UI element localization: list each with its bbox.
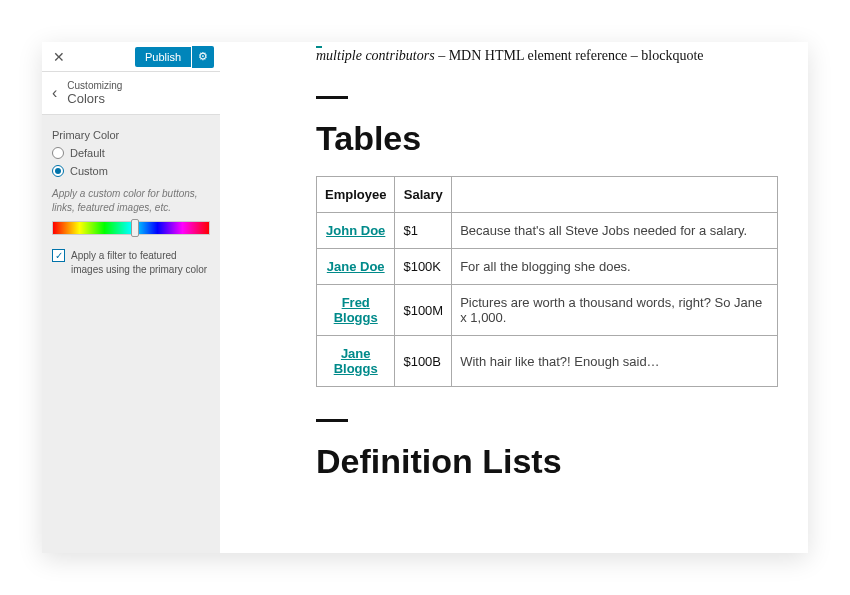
primary-color-label: Primary Color xyxy=(52,129,210,141)
gear-icon: ⚙ xyxy=(198,50,208,63)
close-button[interactable]: ✕ xyxy=(48,46,70,68)
heading-deflists: Definition Lists xyxy=(316,442,778,481)
cell-name: Jane Bloggs xyxy=(317,336,395,387)
cite-end: blockquote xyxy=(641,48,703,63)
hue-thumb[interactable] xyxy=(131,219,139,237)
help-text: Apply a custom color for buttons, links,… xyxy=(52,187,210,215)
cite-mid: MDN HTML element reference xyxy=(449,48,628,63)
table-row: Jane Bloggs $100B With hair like that?! … xyxy=(317,336,778,387)
table-row: John Doe $1 Because that's all Steve Job… xyxy=(317,213,778,249)
employee-link[interactable]: Fred Bloggs xyxy=(334,295,378,325)
radio-icon xyxy=(52,147,64,159)
cell-salary: $100K xyxy=(395,249,452,285)
cell-salary: $100B xyxy=(395,336,452,387)
cell-salary: $1 xyxy=(395,213,452,249)
cell-note: For all the blogging she does. xyxy=(452,249,778,285)
cell-name: Fred Bloggs xyxy=(317,285,395,336)
publish-button[interactable]: Publish xyxy=(135,47,191,67)
customizer-topbar: ✕ Publish ⚙ xyxy=(42,42,220,72)
employee-table: Employee Salary John Doe $1 Because that… xyxy=(316,176,778,387)
divider xyxy=(316,96,348,99)
customizer-sidebar: ✕ Publish ⚙ ‹ Customizing Colors xyxy=(42,42,220,553)
chevron-left-icon: ‹ xyxy=(52,84,57,101)
th-note xyxy=(452,177,778,213)
controls-area: Primary Color Default Custom Apply a cus… xyxy=(42,115,220,291)
customizing-label: Customizing xyxy=(67,80,122,91)
employee-link[interactable]: Jane Doe xyxy=(327,259,385,274)
divider xyxy=(316,419,348,422)
filter-checkbox-row[interactable]: ✓ Apply a filter to featured images usin… xyxy=(52,249,210,277)
cell-note: Because that's all Steve Jobs needed for… xyxy=(452,213,778,249)
heading-tables: Tables xyxy=(316,119,778,158)
citation-line: multiple contributors – MDN HTML element… xyxy=(316,48,778,64)
checkbox-checked-icon: ✓ xyxy=(52,249,65,262)
cell-note: With hair like that?! Enough said… xyxy=(452,336,778,387)
radio-custom[interactable]: Custom xyxy=(52,165,210,177)
cite-contributors: multiple contributors xyxy=(316,48,435,63)
cell-salary: $100M xyxy=(395,285,452,336)
table-header-row: Employee Salary xyxy=(317,177,778,213)
back-button[interactable]: ‹ xyxy=(52,84,57,102)
preview-pane: multiple contributors – MDN HTML element… xyxy=(220,42,808,553)
th-salary: Salary xyxy=(395,177,452,213)
th-employee: Employee xyxy=(317,177,395,213)
radio-default[interactable]: Default xyxy=(52,147,210,159)
employee-link[interactable]: John Doe xyxy=(326,223,385,238)
radio-icon-checked xyxy=(52,165,64,177)
cell-name: Jane Doe xyxy=(317,249,395,285)
cite-sep1: – xyxy=(435,48,449,63)
employee-link[interactable]: Jane Bloggs xyxy=(334,346,378,376)
radio-custom-label: Custom xyxy=(70,165,108,177)
close-icon: ✕ xyxy=(53,49,65,65)
radio-default-label: Default xyxy=(70,147,105,159)
cell-note: Pictures are worth a thousand words, rig… xyxy=(452,285,778,336)
hue-slider[interactable] xyxy=(52,221,210,235)
filter-checkbox-label: Apply a filter to featured images using … xyxy=(71,249,210,277)
section-header: ‹ Customizing Colors xyxy=(42,72,220,115)
section-title-block: Customizing Colors xyxy=(67,80,122,106)
table-row: Jane Doe $100K For all the blogging she … xyxy=(317,249,778,285)
cite-sep2: – xyxy=(627,48,641,63)
settings-button[interactable]: ⚙ xyxy=(192,46,214,68)
publish-group: Publish ⚙ xyxy=(135,46,214,68)
table-row: Fred Bloggs $100M Pictures are worth a t… xyxy=(317,285,778,336)
section-title: Colors xyxy=(67,91,122,106)
cell-name: John Doe xyxy=(317,213,395,249)
